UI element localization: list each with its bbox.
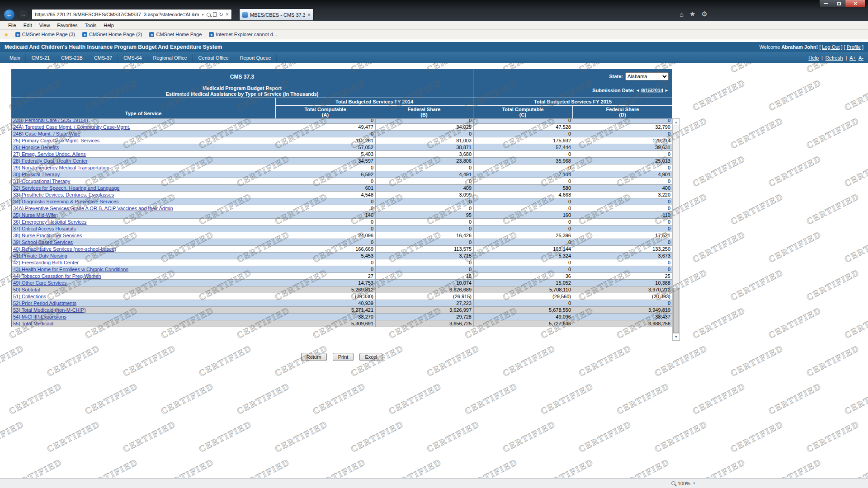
browser-chrome: × ← → https://65.220.21.9/MBESCBES/CMS37…	[0, 0, 868, 21]
service-link[interactable]: 34) Diagnostic Screening & Preventive Se…	[13, 199, 119, 204]
scroll-down-icon[interactable]: ▼	[673, 333, 679, 340]
nav-link-a+[interactable]: A+	[849, 55, 856, 61]
zoom-level[interactable]: 100%	[678, 481, 690, 486]
service-link[interactable]: 37) Critical Access Hospitals	[13, 226, 76, 231]
service-link[interactable]: 25) Primary Care Case Mgmt. Services	[13, 138, 99, 143]
service-link[interactable]: 33) Prosthetic Devices, Dentures, Eyegla…	[13, 192, 114, 197]
next-date-arrow-icon[interactable]: ►	[665, 88, 669, 93]
submission-date-value[interactable]: 8/15/2014	[641, 88, 663, 93]
close-button[interactable]: ×	[845, 0, 866, 7]
menu-view[interactable]: View	[36, 22, 54, 29]
profile-link[interactable]: Profile	[847, 44, 861, 50]
service-link[interactable]: 36) Emergency Hospital Services	[13, 219, 87, 225]
service-link[interactable]: 32) Services for Speech, Hearing and Lan…	[13, 185, 119, 191]
service-link[interactable]: 49) Other Care Services	[13, 280, 67, 286]
print-button[interactable]: Print	[333, 353, 354, 361]
service-link[interactable]: 31) Occupational Therapy	[13, 178, 70, 184]
service-link[interactable]: 52) Prior Period Adjustments	[13, 300, 76, 306]
service-link[interactable]: 29) Non-Emergency Medical Transportation	[13, 165, 109, 170]
service-link[interactable]: 34A) Preventive Services Grade A OR B, A…	[13, 206, 173, 211]
favorites-bar-item[interactable]: eInternet Explorer cannot d...	[205, 32, 281, 37]
value-cell: 0	[276, 178, 376, 185]
maximize-button[interactable]	[832, 0, 845, 7]
return-button[interactable]: Return	[301, 353, 327, 361]
service-link[interactable]: 24B) Case Mgmt. / State Wide	[13, 131, 80, 136]
value-text: 49,477	[358, 124, 373, 130]
favorites-bar-item[interactable]: eCMSnet Home Page (2)	[79, 32, 146, 37]
service-link[interactable]: 27) Emeg. Service Undoc. Aliens	[13, 151, 86, 157]
minimize-button[interactable]	[819, 0, 832, 7]
service-link[interactable]: 50) Subtotal	[13, 287, 40, 292]
nav-item-cms-37[interactable]: CMS-37	[89, 54, 118, 62]
tab-favicon-icon	[242, 12, 248, 18]
refresh-icon[interactable]: ↻	[219, 12, 223, 17]
service-link[interactable]: 41) Private Duty Nursing	[13, 253, 67, 258]
menu-edit[interactable]: Edit	[20, 22, 36, 29]
nav-link-refresh[interactable]: Refresh	[826, 55, 843, 61]
favorites-star-icon[interactable]: ★	[689, 10, 695, 18]
service-link[interactable]: 43) Health Home for Enrollees w Chronic …	[13, 267, 128, 272]
favorites-bar-item[interactable]: eCMSnet Home Page (3)	[12, 32, 79, 37]
value-text: 25,396	[556, 233, 571, 238]
state-select[interactable]: Alabama	[625, 72, 669, 80]
value-cell: 0	[376, 219, 474, 225]
menu-tools[interactable]: Tools	[81, 22, 100, 29]
state-label: State:	[609, 74, 623, 79]
address-bar[interactable]: https://65.220.21.9/MBESCBES/CMS37/CMS37…	[32, 9, 232, 20]
service-link[interactable]: 24A) Targeted Case Mgmt. / Community Cas…	[13, 124, 130, 130]
service-link[interactable]: 51) Collections	[13, 294, 46, 299]
logout-link[interactable]: Log Out	[822, 44, 840, 50]
gear-icon[interactable]: ⚙	[702, 10, 708, 18]
favorites-bar-item[interactable]: eCMSnet Home Page	[146, 32, 205, 37]
menu-help[interactable]: Help	[100, 22, 118, 29]
report-controls: State: Alabama Submission Date: ◄ 8/15/2…	[473, 69, 672, 98]
tab-close-icon[interactable]: ×	[307, 12, 311, 18]
url-text[interactable]: https://65.220.21.9/MBESCBES/CMS37/CMS37…	[35, 12, 199, 17]
service-link[interactable]: 42) Freestanding Birth Center	[13, 260, 79, 265]
search-icon[interactable]	[207, 13, 211, 17]
value-cell: 57,444	[474, 144, 573, 151]
service-link[interactable]: 54) M-CHIP Expansions	[13, 314, 66, 319]
zoom-control[interactable]: 100% ▼	[667, 479, 700, 488]
nav-item-report-queue[interactable]: Report Queue	[235, 54, 277, 62]
service-link[interactable]: 35) Nurse Mid-Wife	[13, 212, 56, 218]
service-link[interactable]: 53) Total Medicaid (non-M-CHIP)	[13, 307, 86, 313]
favorites-bar-star-icon[interactable]: ★	[4, 31, 9, 38]
nav-item-main[interactable]: Main	[5, 54, 26, 62]
scrollbar-thumb[interactable]	[673, 288, 679, 333]
service-link[interactable]: 28) Federally Qual. Health Center	[13, 158, 87, 164]
service-link[interactable]: 26) Hospice Benefits	[13, 145, 59, 150]
nav-item-regional-office[interactable]: Regional Office	[148, 54, 193, 62]
table-scrollbar[interactable]: ▲ ▼	[672, 118, 680, 341]
menu-favorites[interactable]: Favorites	[53, 22, 81, 29]
menu-file[interactable]: File	[5, 22, 20, 29]
service-link[interactable]: 40) Rehabilitative Services (non-school-…	[13, 246, 116, 252]
nav-item-cms-21[interactable]: CMS-21	[27, 54, 55, 62]
browser-tab[interactable]: MBES/CBES - CMS 37.3 ×	[239, 9, 314, 20]
tab-title[interactable]: MBES/CBES - CMS 37.3	[250, 12, 305, 18]
home-icon[interactable]: ⌂	[679, 10, 684, 18]
excel-button[interactable]: Excel	[359, 353, 382, 361]
value-cell: 4,668	[474, 192, 573, 198]
nav-item-cms-64[interactable]: CMS-64	[118, 54, 147, 62]
scroll-up-icon[interactable]: ▲	[673, 119, 679, 126]
service-link[interactable]: 44) Tobacco Cessation for Preg Women	[13, 273, 101, 279]
previous-date-arrow-icon[interactable]: ◄	[636, 88, 640, 93]
nav-item-central-office[interactable]: Central Office	[193, 54, 234, 62]
stop-icon[interactable]: ×	[226, 12, 229, 17]
nav-item-cms-21b[interactable]: CMS-21B	[56, 54, 88, 62]
service-link[interactable]: 55) Total Medicaid	[13, 321, 53, 326]
favorites-items: eCMSnet Home Page (3)eCMSnet Home Page (…	[12, 32, 281, 37]
zoom-dropdown-icon[interactable]: ▼	[693, 482, 696, 485]
service-link[interactable]: 38) Nurse Practitioner Services	[13, 233, 82, 238]
service-link[interactable]: 30) Physical Therapy	[13, 172, 60, 177]
nav-link-a-[interactable]: A-	[859, 55, 863, 61]
nav-link-help[interactable]: Help	[808, 55, 819, 61]
url-dropdown-icon[interactable]: ▼	[201, 13, 204, 16]
forward-button[interactable]: →	[18, 9, 29, 20]
value-text: 3,988,256	[648, 321, 670, 326]
service-link[interactable]: 39) School Based Services	[13, 239, 73, 245]
back-button[interactable]: ←	[4, 9, 15, 20]
service-link[interactable]: 23B) Personal Care / SDS 1915(i)	[13, 119, 274, 123]
compatibility-view-icon[interactable]	[213, 12, 217, 17]
